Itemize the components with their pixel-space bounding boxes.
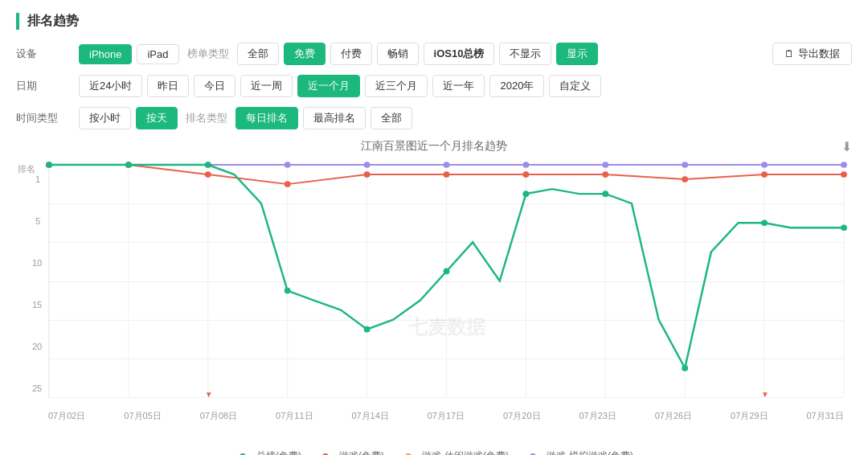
svg-point-33 [46,162,52,168]
svg-point-43 [841,224,847,231]
legend-total-free-label: 总榜(免费) [256,449,301,455]
svg-point-28 [522,171,529,178]
svg-point-26 [364,171,371,178]
svg-point-34 [125,162,132,168]
rank-type-label: 排名类型 [186,111,227,125]
marker-2: ▼ [761,390,769,399]
legend-casual-free-label: 游戏-休闲游戏(免费) [422,449,509,455]
btn-ipad[interactable]: iPad [137,44,178,64]
btn-hide[interactable]: 不显示 [499,43,551,65]
btn-show[interactable]: 显示 [556,43,598,65]
svg-point-27 [444,171,450,178]
x-labels: 07月02日 07月05日 07月08日 07月11日 07月14日 07月17… [48,410,844,422]
btn-by-hour[interactable]: 按小时 [79,107,131,129]
time-type-group: 按小时 按天 排名类型 每日排名 最高排名 全部 [79,107,412,129]
btn-all-rank[interactable]: 全部 [371,107,412,129]
svg-point-17 [522,162,529,168]
date-label: 日期 [16,79,72,93]
chart-legend: 总榜(免费) 游戏(免费) 游戏-休闲游戏(免费) 游戏-模拟游戏(免费) [16,449,852,455]
y-tick-20: 20 [32,342,42,351]
svg-point-36 [285,288,291,294]
svg-point-37 [364,326,371,333]
date-group: 近24小时 昨日 今日 近一周 近一个月 近三个月 近一年 2020年 自定义 [79,75,601,97]
x-label-0720: 07月20日 [503,410,540,422]
btn-24h[interactable]: 近24小时 [79,75,142,97]
svg-point-25 [285,181,291,187]
svg-point-38 [444,268,450,275]
chart-area: 七麦数据 [48,165,844,398]
btn-custom[interactable]: 自定义 [549,75,601,97]
svg-point-18 [602,162,608,168]
svg-point-16 [444,162,450,168]
svg-point-40 [602,191,608,197]
export-icon: 🗒 [784,48,794,59]
svg-point-19 [682,162,688,168]
x-label-0723: 07月23日 [579,410,616,422]
y-tick-25: 25 [32,383,42,393]
y-tick-5: 5 [35,216,40,226]
x-label-0711: 07月11日 [276,410,313,422]
svg-point-30 [682,176,688,182]
download-icon[interactable]: ⬇ [841,139,852,154]
svg-point-41 [682,365,688,371]
export-label: 导出数据 [798,47,840,61]
btn-2020[interactable]: 2020年 [489,75,544,97]
svg-point-24 [205,171,211,178]
grid-6 [49,397,844,398]
y-tick-15: 15 [32,300,42,309]
y-tick-1: 1 [35,174,40,184]
time-type-label: 时间类型 [16,111,72,125]
svg-point-20 [761,162,768,168]
svg-point-14 [285,162,291,168]
btn-bestseller[interactable]: 畅销 [377,43,419,65]
svg-point-39 [522,191,529,197]
legend-total-free: 总榜(免费) [235,449,301,455]
chart-svg [49,165,844,397]
btn-yesterday[interactable]: 昨日 [147,75,189,97]
svg-point-21 [841,162,847,168]
y-axis-title: 排名 [18,163,35,175]
btn-week[interactable]: 近一周 [240,75,293,97]
svg-point-35 [205,162,211,168]
x-label-0702: 07月02日 [48,410,85,422]
btn-free[interactable]: 免费 [284,43,326,65]
x-label-0731: 07月31日 [806,410,843,422]
chart-type-label: 榜单类型 [187,47,229,61]
y-tick-10: 10 [32,258,42,268]
chart-wrapper: 排名 1 5 10 15 20 25 七麦数据 [16,157,852,446]
x-label-0708: 07月08日 [200,410,237,422]
svg-point-29 [602,171,608,178]
btn-daily-rank[interactable]: 每日排名 [235,107,298,129]
btn-all[interactable]: 全部 [237,43,279,65]
marker-1: ▼ [205,390,213,399]
x-label-0705: 07月05日 [124,410,161,422]
btn-3month[interactable]: 近三个月 [365,75,428,97]
svg-point-15 [364,162,371,168]
legend-sim-free-label: 游戏-模拟游戏(免费) [547,449,633,455]
chart-title: 江南百景图近一个月排名趋势 [361,139,507,152]
x-label-0726: 07月26日 [655,410,692,422]
page-title: 排名趋势 [16,13,852,30]
btn-paid[interactable]: 付费 [330,43,372,65]
chart-section: 江南百景图近一个月排名趋势 ⬇ 排名 1 5 10 15 20 25 [16,139,852,455]
btn-by-day[interactable]: 按天 [136,107,178,129]
legend-casual-free: 游戏-休闲游戏(免费) [400,449,509,455]
legend-sim-free: 游戏-模拟游戏(免费) [525,449,633,455]
btn-ios10[interactable]: iOS10总榜 [424,43,495,65]
svg-point-32 [841,171,847,178]
legend-game-free-label: 游戏(免费) [339,449,384,455]
export-button[interactable]: 🗒 导出数据 [772,43,852,65]
svg-point-31 [761,171,768,178]
x-label-0714: 07月14日 [351,410,388,422]
device-group: iPhone iPad 榜单类型 全部 免费 付费 畅销 iOS10总榜 不显示… [79,43,598,65]
x-label-0729: 07月29日 [731,410,768,422]
legend-game-free: 游戏(免费) [317,449,384,455]
btn-highest-rank[interactable]: 最高排名 [303,107,366,129]
btn-today[interactable]: 今日 [194,75,235,97]
btn-year[interactable]: 近一年 [432,75,485,97]
btn-iphone[interactable]: iPhone [79,44,132,64]
device-label: 设备 [16,47,72,61]
btn-month[interactable]: 近一个月 [297,75,360,97]
svg-point-42 [761,219,768,226]
x-label-0717: 07月17日 [428,410,465,422]
